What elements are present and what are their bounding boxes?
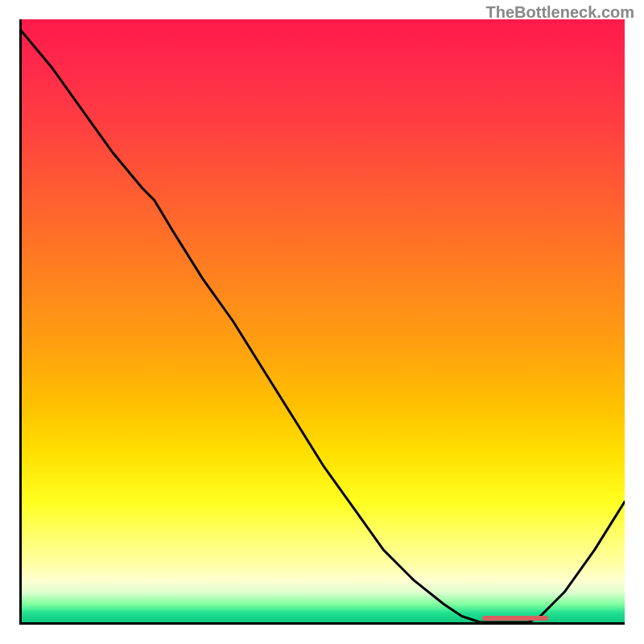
watermark-text: TheBottleneck.com <box>486 3 634 22</box>
optimal-range-marker <box>482 616 549 621</box>
chart-plot-area <box>19 19 625 625</box>
bottleneck-curve <box>22 19 625 622</box>
